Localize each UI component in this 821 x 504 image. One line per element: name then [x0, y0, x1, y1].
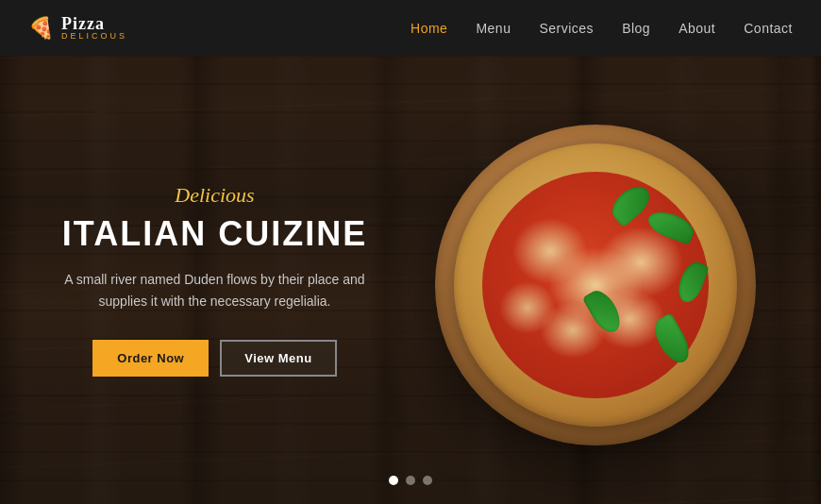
view-menu-button[interactable]: View Menu [220, 340, 336, 377]
nav-home[interactable]: Home [410, 21, 447, 36]
header: 🍕 Pizza DELICOUS Home Menu Services Blog… [0, 0, 821, 56]
logo-text-group: Pizza DELICOUS [61, 15, 127, 41]
nav-blog[interactable]: Blog [622, 21, 650, 36]
logo: 🍕 Pizza DELICOUS [28, 15, 127, 41]
slider-dot-2[interactable] [406, 476, 415, 485]
hero-subtitle: Delicious [175, 183, 254, 208]
nav-about[interactable]: About [679, 21, 715, 36]
nav-services[interactable]: Services [539, 21, 594, 36]
logo-pizza-icon: 🍕 [28, 16, 54, 41]
brand-name: Pizza [61, 15, 127, 32]
order-now-button[interactable]: Order Now [92, 340, 209, 377]
pizza-visual [421, 110, 770, 460]
brand-tagline: DELICOUS [61, 32, 127, 41]
hero-description: A small river named Duden flows by their… [64, 269, 366, 311]
pizza-image-container [370, 56, 822, 504]
hero-content: Delicious ITALIAN CUIZINE A small river … [0, 56, 410, 504]
nav-menu[interactable]: Menu [476, 21, 511, 36]
hero-title: ITALIAN CUIZINE [62, 215, 367, 253]
nav-contact[interactable]: Contact [744, 21, 793, 36]
right-shadow [810, 56, 821, 504]
slider-dot-1[interactable] [389, 476, 398, 485]
pizza-cheese [482, 172, 709, 398]
slider-dots [389, 476, 432, 485]
hero-buttons: Order Now View Menu [92, 340, 336, 377]
main-nav: Home Menu Services Blog About Contact [410, 21, 793, 36]
slider-dot-3[interactable] [423, 476, 432, 485]
